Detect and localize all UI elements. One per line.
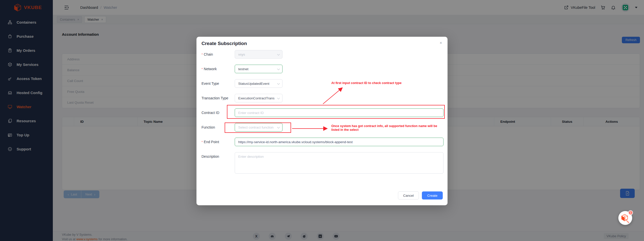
end-point-field-row: *End Point — [202, 138, 444, 146]
description-field-row: Description — [202, 152, 444, 174]
required-mark: * — [202, 140, 203, 144]
chain-value: vsys — [238, 53, 245, 56]
annotation-arrow-right — [292, 126, 330, 131]
function-placeholder: Select contract function — [238, 126, 273, 129]
transaction-type-label: Transaction Type — [202, 96, 228, 100]
event-type-label: Event Type — [202, 82, 219, 86]
network-value: testnet — [238, 67, 249, 71]
description-textarea[interactable] — [235, 152, 444, 174]
network-field-row: *Network testnet — [202, 65, 283, 73]
contract-id-annotation: At first input contract ID to check cont… — [331, 81, 414, 85]
end-point-input[interactable] — [235, 138, 444, 146]
transaction-type-value: ExecutionContractTrans — [238, 96, 274, 100]
chevron-down-icon — [277, 68, 280, 70]
close-icon[interactable]: × — [440, 41, 442, 45]
contract-id-input[interactable] — [235, 108, 444, 117]
contract-id-label: Contract ID — [202, 111, 219, 115]
chevron-down-icon — [277, 54, 280, 56]
function-annotation: Once system has got contract info, all s… — [331, 124, 445, 132]
chain-label: Chain — [204, 52, 213, 56]
cancel-button[interactable]: Cancel — [398, 191, 419, 199]
contract-id-field-row: Contract ID — [202, 108, 444, 117]
event-type-select[interactable]: StatusUpdatedEvent — [235, 79, 283, 88]
transaction-type-select[interactable]: ExecutionContractTrans — [235, 94, 283, 102]
function-field-row: Function Select contract function — [202, 123, 283, 132]
required-mark: * — [202, 53, 203, 56]
event-type-value: StatusUpdatedEvent — [238, 82, 269, 86]
chevron-down-icon — [277, 127, 280, 129]
annotation-arrow-up — [321, 85, 346, 106]
required-mark: * — [202, 67, 203, 71]
modal-title: Create Subscription — [202, 41, 247, 46]
chain-field-row: *Chain vsys — [202, 50, 283, 59]
create-subscription-modal: Create Subscription × *Chain vsys *Netwo… — [196, 37, 448, 205]
chain-select[interactable]: vsys — [235, 50, 283, 59]
network-select[interactable]: testnet — [235, 65, 283, 73]
vkube-floating-button[interactable]: VKUBE 1 — [618, 211, 632, 225]
chevron-down-icon — [277, 98, 280, 99]
function-select[interactable]: Select contract function — [235, 123, 283, 132]
transaction-type-field-row: Transaction Type ExecutionContractTrans — [202, 94, 283, 102]
event-type-field-row: Event Type StatusUpdatedEvent — [202, 79, 283, 88]
end-point-label: End Point — [204, 140, 219, 144]
notification-badge: 1 — [628, 210, 633, 215]
function-label: Function — [202, 125, 215, 129]
network-label: Network — [204, 67, 217, 71]
chevron-down-icon — [277, 83, 280, 85]
description-label: Description — [202, 154, 219, 158]
create-button[interactable]: Create — [422, 191, 443, 199]
